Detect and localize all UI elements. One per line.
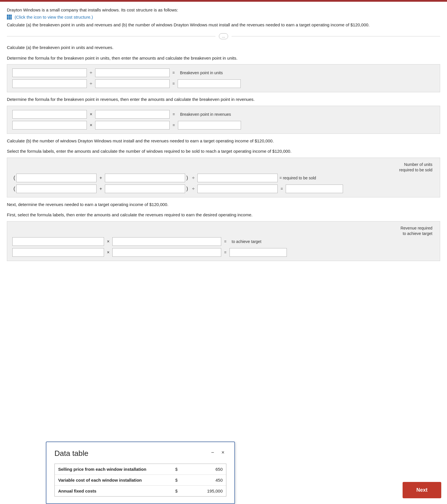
units-required-right-label: Number of units required to be sold	[399, 162, 435, 173]
rev-req-mul2: ×	[104, 250, 112, 255]
revenues-formula-heading: Determine the formula for the breakeven …	[7, 96, 440, 103]
divider-line-left	[7, 36, 215, 36]
rev-input1b[interactable]	[95, 110, 170, 119]
units-req-input2b[interactable]	[105, 185, 185, 193]
rev-req-result-label: to achieve target	[230, 239, 264, 244]
units-formula-row2: ÷ =	[12, 79, 435, 88]
units-req-result[interactable]	[286, 185, 343, 193]
rev-req-mul1: ×	[104, 239, 112, 244]
rev-eq1: =	[170, 112, 178, 117]
paren-open-2: (	[12, 186, 16, 192]
revenues-result-label: Breakeven point in revenues	[178, 112, 233, 117]
units-req-eq1: = required to be sold	[278, 176, 318, 180]
data-table-cell-label: Annual fixed costs	[55, 486, 171, 497]
revenue-required-label-line1: Revenue required	[401, 225, 432, 231]
divider-dots[interactable]: ...	[219, 33, 228, 39]
icon-link-label: (Click the icon to view the cost structu…	[15, 15, 93, 19]
units-formula-area: ÷ = Breakeven point in units ÷ =	[7, 64, 440, 92]
rev-req-result-input[interactable]	[230, 248, 287, 257]
paren-close-1: )	[185, 175, 189, 181]
data-table-title: Data table	[54, 449, 89, 458]
revenue-required-label-line2: to achieve target	[403, 231, 432, 237]
section-a-heading: Calculate (a) the breakeven point in uni…	[7, 44, 440, 51]
revenue-target-heading: Next, determine the revenues needed to e…	[7, 201, 440, 208]
section-b-heading2: Select the formula labels, enter the amo…	[7, 148, 440, 155]
data-table-cell-value: 650	[182, 464, 226, 475]
units-req-input1a[interactable]	[16, 174, 97, 182]
paren-open-1: (	[12, 175, 16, 181]
minimize-button[interactable]: −	[209, 449, 216, 456]
rev-req-row1: × = to achieve target	[12, 237, 435, 246]
data-table-cell-symbol: $	[171, 475, 182, 486]
data-table-cell-label: Selling price from each window installat…	[55, 464, 171, 475]
data-table-row: Variable cost of each window installatio…	[55, 475, 226, 486]
divider-row: ...	[7, 33, 440, 39]
units-required-label-line1: Number of units	[404, 162, 432, 168]
units-input2a[interactable]	[12, 79, 87, 88]
units-req-row2: ( + ) ÷ =	[12, 185, 435, 193]
data-table-cell-symbol: $	[171, 464, 182, 475]
units-op1: ÷	[87, 70, 95, 75]
intro-text2: Calculate (a) the breakeven point in uni…	[7, 22, 440, 28]
revenues-formula-row2: × =	[12, 121, 435, 130]
data-table-cell-value: 195,000	[182, 486, 226, 497]
units-required-label-line2: required to be sold	[399, 167, 432, 173]
data-table-cell-value: 450	[182, 475, 226, 486]
rev-req-eq1: =	[221, 239, 229, 244]
revenue-target-heading2: First, select the formula labels, then e…	[7, 212, 440, 218]
units-input1a[interactable]	[12, 68, 87, 77]
units-op2: ÷	[87, 81, 95, 86]
rev-req-input2a[interactable]	[12, 248, 104, 257]
rev-op2: ×	[87, 123, 95, 128]
units-formula-heading: Determine the formula for the breakeven …	[7, 55, 440, 62]
divider-line-right	[232, 36, 440, 36]
rev-eq2: =	[170, 123, 178, 128]
units-formula-row1: ÷ = Breakeven point in units	[12, 68, 435, 77]
units-req-plus2: +	[97, 186, 105, 191]
units-req-div1: ÷	[189, 175, 197, 181]
next-button[interactable]: Next	[403, 482, 441, 498]
rev-op1: ×	[87, 112, 95, 117]
data-table-controls: − ×	[209, 449, 226, 456]
units-required-area: Number of units required to be sold ( + …	[7, 158, 440, 197]
data-table-header: Data table − ×	[54, 449, 226, 458]
units-result-input[interactable]	[178, 79, 241, 88]
section-b-heading1: Calculate (b) the number of windows Dray…	[7, 138, 440, 144]
revenue-required-right-label: Revenue required to achieve target	[401, 225, 435, 237]
rev-req-row2: × =	[12, 248, 435, 257]
data-table-row: Selling price from each window installat…	[55, 464, 226, 475]
intro-text1: Drayton Windows is a small company that …	[7, 7, 440, 13]
revenues-formula-area: × = Breakeven point in revenues × =	[7, 106, 440, 134]
units-eq1: =	[170, 70, 178, 75]
main-content: Drayton Windows is a small company that …	[0, 2, 447, 275]
units-req-input1c[interactable]	[197, 174, 278, 182]
close-button[interactable]: ×	[219, 449, 226, 456]
units-req-input2c[interactable]	[197, 185, 278, 193]
units-req-plus1: +	[97, 175, 105, 181]
units-input1b[interactable]	[95, 68, 170, 77]
data-table-row: Annual fixed costs $ 195,000	[55, 486, 226, 497]
rev-input2b[interactable]	[95, 121, 170, 130]
data-table-inner: Selling price from each window installat…	[54, 464, 226, 497]
units-req-div2: ÷	[189, 186, 197, 191]
revenues-result-input[interactable]	[178, 121, 241, 130]
units-req-eq2: =	[278, 187, 286, 191]
paren-close-2: )	[185, 186, 189, 192]
revenue-required-area: Revenue required to achieve target × = t…	[7, 221, 440, 261]
units-input2b[interactable]	[95, 79, 170, 88]
rev-input1a[interactable]	[12, 110, 87, 119]
data-table: Selling price from each window installat…	[55, 464, 226, 496]
rev-req-eq2: =	[221, 250, 229, 255]
data-table-cell-symbol: $	[171, 486, 182, 497]
revenues-formula-row1: × = Breakeven point in revenues	[12, 110, 435, 119]
cost-structure-link[interactable]: (Click the icon to view the cost structu…	[7, 15, 440, 19]
rev-req-input1b[interactable]	[112, 237, 221, 246]
data-table-popup: Data table − × Selling price from each w…	[46, 442, 235, 504]
units-req-row1: ( + ) ÷ = required to be sold	[12, 174, 435, 182]
rev-req-input1a[interactable]	[12, 237, 104, 246]
rev-req-input2b[interactable]	[112, 248, 221, 257]
grid-icon	[7, 15, 12, 19]
rev-input2a[interactable]	[12, 121, 87, 130]
units-req-input1b[interactable]	[105, 174, 185, 182]
units-req-input2a[interactable]	[16, 185, 97, 193]
